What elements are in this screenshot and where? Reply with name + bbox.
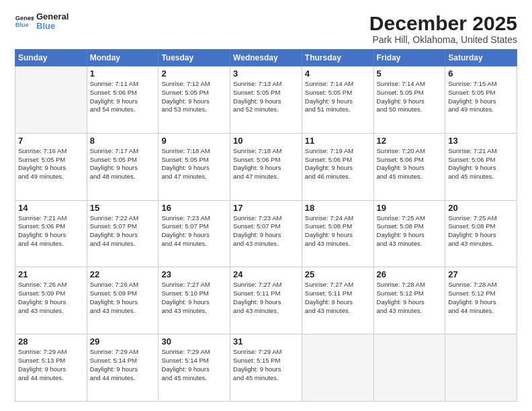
day-info: Sunrise: 7:22 AMSunset: 5:07 PMDaylight:… — [90, 214, 156, 248]
calendar-cell: 8Sunrise: 7:17 AMSunset: 5:05 PMDaylight… — [87, 133, 159, 200]
day-info: Sunrise: 7:20 AMSunset: 5:06 PMDaylight:… — [377, 147, 443, 181]
day-number: 22 — [90, 269, 156, 279]
day-number: 28 — [18, 336, 84, 347]
day-info: Sunrise: 7:19 AMSunset: 5:06 PMDaylight:… — [305, 147, 371, 181]
calendar-cell: 24Sunrise: 7:27 AMSunset: 5:11 PMDayligh… — [230, 267, 302, 334]
calendar-cell: 16Sunrise: 7:23 AMSunset: 5:07 PMDayligh… — [159, 200, 230, 267]
day-info: Sunrise: 7:27 AMSunset: 5:11 PMDaylight:… — [233, 281, 299, 315]
page: General Blue General Blue December 2025 … — [0, 0, 532, 411]
weekday-header-monday: Monday — [87, 50, 159, 66]
day-number: 10 — [233, 136, 299, 146]
logo-text-general: General — [36, 12, 69, 21]
day-info: Sunrise: 7:29 AMSunset: 5:13 PMDaylight:… — [18, 348, 84, 382]
day-info: Sunrise: 7:27 AMSunset: 5:11 PMDaylight:… — [305, 281, 371, 315]
calendar-cell: 12Sunrise: 7:20 AMSunset: 5:06 PMDayligh… — [373, 133, 445, 200]
day-number: 17 — [233, 203, 299, 213]
day-number: 8 — [90, 136, 156, 146]
day-number: 12 — [377, 136, 443, 146]
day-info: Sunrise: 7:27 AMSunset: 5:10 PMDaylight:… — [161, 281, 227, 315]
day-number: 27 — [448, 269, 514, 279]
day-number: 4 — [305, 68, 371, 79]
header: General Blue General Blue December 2025 … — [15, 12, 517, 45]
calendar-cell: 22Sunrise: 7:26 AMSunset: 5:09 PMDayligh… — [87, 267, 159, 334]
day-info: Sunrise: 7:15 AMSunset: 5:05 PMDaylight:… — [448, 80, 514, 114]
calendar-cell: 11Sunrise: 7:19 AMSunset: 5:06 PMDayligh… — [302, 133, 373, 200]
calendar-cell: 17Sunrise: 7:23 AMSunset: 5:07 PMDayligh… — [230, 200, 302, 267]
day-number: 24 — [233, 269, 299, 279]
calendar-cell: 21Sunrise: 7:26 AMSunset: 5:09 PMDayligh… — [15, 267, 87, 334]
day-info: Sunrise: 7:12 AMSunset: 5:05 PMDaylight:… — [161, 80, 227, 114]
day-number: 21 — [18, 269, 84, 279]
calendar-cell — [15, 66, 87, 134]
calendar-cell: 14Sunrise: 7:21 AMSunset: 5:06 PMDayligh… — [15, 200, 87, 267]
day-info: Sunrise: 7:14 AMSunset: 5:05 PMDaylight:… — [377, 80, 443, 114]
day-number: 16 — [161, 203, 227, 213]
calendar-cell: 27Sunrise: 7:28 AMSunset: 5:12 PMDayligh… — [445, 267, 517, 334]
day-info: Sunrise: 7:26 AMSunset: 5:09 PMDaylight:… — [90, 281, 156, 315]
svg-text:Blue: Blue — [15, 21, 29, 28]
calendar: SundayMondayTuesdayWednesdayThursdayFrid… — [15, 49, 517, 402]
day-info: Sunrise: 7:18 AMSunset: 5:05 PMDaylight:… — [161, 147, 227, 181]
svg-text:General: General — [15, 15, 34, 22]
day-number: 3 — [233, 68, 299, 79]
calendar-cell: 19Sunrise: 7:25 AMSunset: 5:08 PMDayligh… — [373, 200, 445, 267]
day-info: Sunrise: 7:11 AMSunset: 5:06 PMDaylight:… — [90, 80, 156, 114]
calendar-cell: 9Sunrise: 7:18 AMSunset: 5:05 PMDaylight… — [159, 133, 230, 200]
calendar-cell: 26Sunrise: 7:28 AMSunset: 5:12 PMDayligh… — [373, 267, 445, 334]
day-number: 25 — [305, 269, 371, 279]
day-info: Sunrise: 7:25 AMSunset: 5:08 PMDaylight:… — [377, 214, 443, 248]
calendar-cell — [445, 334, 517, 402]
day-info: Sunrise: 7:23 AMSunset: 5:07 PMDaylight:… — [161, 214, 227, 248]
week-row-4: 21Sunrise: 7:26 AMSunset: 5:09 PMDayligh… — [15, 267, 517, 334]
day-info: Sunrise: 7:26 AMSunset: 5:09 PMDaylight:… — [18, 281, 84, 315]
calendar-cell: 13Sunrise: 7:21 AMSunset: 5:06 PMDayligh… — [445, 133, 517, 200]
day-number: 11 — [305, 136, 371, 146]
calendar-cell: 3Sunrise: 7:13 AMSunset: 5:05 PMDaylight… — [230, 66, 302, 134]
day-info: Sunrise: 7:29 AMSunset: 5:15 PMDaylight:… — [233, 348, 299, 382]
weekday-header-row: SundayMondayTuesdayWednesdayThursdayFrid… — [15, 50, 517, 66]
day-number: 9 — [161, 136, 227, 146]
day-info: Sunrise: 7:23 AMSunset: 5:07 PMDaylight:… — [233, 214, 299, 248]
logo-icon: General Blue — [15, 12, 34, 31]
calendar-cell — [373, 334, 445, 402]
day-number: 20 — [448, 203, 514, 213]
day-number: 29 — [90, 336, 156, 347]
calendar-cell: 6Sunrise: 7:15 AMSunset: 5:05 PMDaylight… — [445, 66, 517, 134]
day-info: Sunrise: 7:21 AMSunset: 5:06 PMDaylight:… — [18, 214, 84, 248]
day-number: 19 — [377, 203, 443, 213]
day-info: Sunrise: 7:29 AMSunset: 5:14 PMDaylight:… — [90, 348, 156, 382]
week-row-1: 1Sunrise: 7:11 AMSunset: 5:06 PMDaylight… — [15, 66, 517, 134]
day-number: 26 — [377, 269, 443, 279]
main-title: December 2025 — [369, 12, 517, 34]
week-row-2: 7Sunrise: 7:16 AMSunset: 5:05 PMDaylight… — [15, 133, 517, 200]
day-number: 18 — [305, 203, 371, 213]
weekday-header-friday: Friday — [373, 50, 445, 66]
day-number: 15 — [90, 203, 156, 213]
week-row-5: 28Sunrise: 7:29 AMSunset: 5:13 PMDayligh… — [15, 334, 517, 402]
day-info: Sunrise: 7:28 AMSunset: 5:12 PMDaylight:… — [448, 281, 514, 315]
day-info: Sunrise: 7:14 AMSunset: 5:05 PMDaylight:… — [305, 80, 371, 114]
day-number: 14 — [18, 203, 84, 213]
subtitle: Park Hill, Oklahoma, United States — [369, 34, 517, 45]
calendar-cell: 29Sunrise: 7:29 AMSunset: 5:14 PMDayligh… — [87, 334, 159, 402]
calendar-cell: 10Sunrise: 7:18 AMSunset: 5:06 PMDayligh… — [230, 133, 302, 200]
day-info: Sunrise: 7:17 AMSunset: 5:05 PMDaylight:… — [90, 147, 156, 181]
calendar-cell: 5Sunrise: 7:14 AMSunset: 5:05 PMDaylight… — [373, 66, 445, 134]
day-number: 23 — [161, 269, 227, 279]
day-number: 6 — [448, 68, 514, 79]
calendar-cell: 31Sunrise: 7:29 AMSunset: 5:15 PMDayligh… — [230, 334, 302, 402]
weekday-header-wednesday: Wednesday — [230, 50, 302, 66]
weekday-header-saturday: Saturday — [445, 50, 517, 66]
day-info: Sunrise: 7:24 AMSunset: 5:08 PMDaylight:… — [305, 214, 371, 248]
calendar-cell: 20Sunrise: 7:25 AMSunset: 5:08 PMDayligh… — [445, 200, 517, 267]
calendar-cell: 30Sunrise: 7:29 AMSunset: 5:14 PMDayligh… — [159, 334, 230, 402]
calendar-cell: 7Sunrise: 7:16 AMSunset: 5:05 PMDaylight… — [15, 133, 87, 200]
day-info: Sunrise: 7:21 AMSunset: 5:06 PMDaylight:… — [448, 147, 514, 181]
calendar-cell: 4Sunrise: 7:14 AMSunset: 5:05 PMDaylight… — [302, 66, 373, 134]
title-block: December 2025 Park Hill, Oklahoma, Unite… — [369, 12, 517, 45]
day-info: Sunrise: 7:29 AMSunset: 5:14 PMDaylight:… — [161, 348, 227, 382]
calendar-cell — [302, 334, 373, 402]
day-number: 31 — [233, 336, 299, 347]
weekday-header-sunday: Sunday — [15, 50, 87, 66]
weekday-header-tuesday: Tuesday — [159, 50, 230, 66]
